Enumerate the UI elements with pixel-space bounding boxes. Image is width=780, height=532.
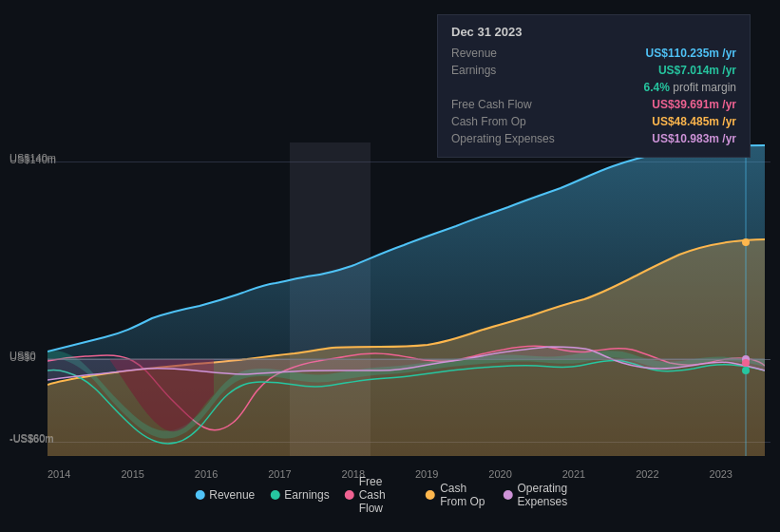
earnings-value: US$7.014m /yr — [658, 64, 736, 77]
cashfromop-value: US$48.485m /yr — [652, 115, 736, 128]
legend-label-revenue: Revenue — [209, 488, 255, 502]
legend-cashfromop[interactable]: Cash From Op — [426, 482, 487, 508]
legend-dot-earnings — [270, 490, 279, 500]
x-label-2014: 2014 — [48, 468, 70, 480]
legend-fcf[interactable]: Free Cash Flow — [345, 475, 411, 515]
y-label-140: US$140m — [10, 154, 56, 165]
svg-point-5 — [742, 238, 750, 246]
legend-label-earnings: Earnings — [284, 488, 329, 502]
margin-value: 6.4% profit margin — [644, 81, 736, 94]
legend-dot-fcf — [345, 490, 354, 500]
y-label-0: US$0 — [10, 352, 36, 363]
fcf-row: Free Cash Flow US$39.691m /yr — [451, 96, 736, 113]
legend-revenue[interactable]: Revenue — [195, 488, 255, 502]
legend-label-opex: Operating Expenses — [517, 482, 584, 508]
svg-point-7 — [742, 367, 750, 374]
earnings-label: Earnings — [451, 64, 565, 77]
legend-label-fcf: Free Cash Flow — [359, 475, 411, 515]
opex-label: Operating Expenses — [451, 132, 565, 145]
x-label-2023: 2023 — [710, 468, 732, 480]
y-label-neg60: -US$60m — [10, 433, 53, 445]
info-date-header: Dec 31 2023 — [451, 25, 736, 39]
revenue-label: Revenue — [451, 47, 565, 60]
info-box: Dec 31 2023 Revenue US$110.235m /yr Earn… — [437, 14, 751, 158]
x-label-2015: 2015 — [121, 468, 143, 480]
x-label-2022: 2022 — [636, 468, 658, 480]
chart-svg — [48, 142, 765, 456]
opex-value: US$10.983m /yr — [652, 132, 736, 145]
earnings-row: Earnings US$7.014m /yr — [451, 62, 736, 79]
legend-label-cashfromop: Cash From Op — [440, 482, 487, 508]
opex-row: Operating Expenses US$10.983m /yr — [451, 130, 736, 147]
legend-opex[interactable]: Operating Expenses — [503, 482, 584, 508]
revenue-value: US$110.235m /yr — [646, 47, 736, 60]
svg-point-8 — [742, 359, 750, 367]
chart-container: US$140m US$0 -US$60m — [0, 0, 780, 532]
legend-dot-revenue — [195, 490, 204, 500]
legend-dot-opex — [503, 490, 512, 500]
legend-dot-cashfromop — [426, 490, 435, 500]
margin-row: 6.4% profit margin — [451, 79, 736, 96]
fcf-label: Free Cash Flow — [451, 98, 565, 111]
cashfromop-label: Cash From Op — [451, 115, 565, 128]
legend-earnings[interactable]: Earnings — [270, 488, 329, 502]
fcf-value: US$39.691m /yr — [652, 98, 736, 111]
chart-legend: Revenue Earnings Free Cash Flow Cash Fro… — [195, 475, 585, 515]
cashfromop-row: Cash From Op US$48.485m /yr — [451, 113, 736, 130]
revenue-row: Revenue US$110.235m /yr — [451, 45, 736, 62]
